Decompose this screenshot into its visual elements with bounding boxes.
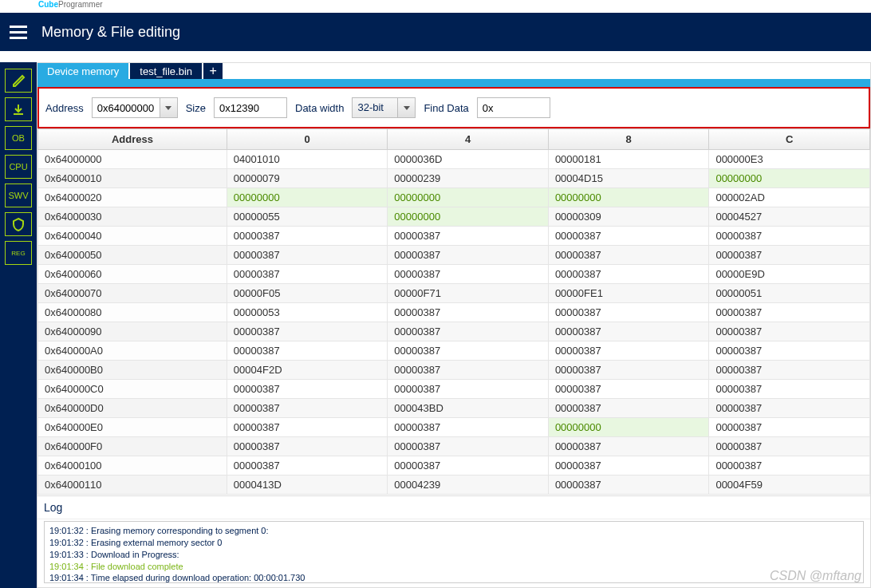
- data-cell[interactable]: 00000000: [388, 188, 549, 207]
- data-cell[interactable]: 00000387: [548, 265, 709, 284]
- data-cell[interactable]: 0000036D: [388, 150, 549, 169]
- data-cell[interactable]: 00000387: [709, 227, 870, 246]
- col-header[interactable]: C: [709, 129, 870, 150]
- data-cell[interactable]: 00000387: [709, 380, 870, 399]
- data-cell[interactable]: 00000387: [388, 380, 549, 399]
- data-cell[interactable]: 000002AD: [709, 188, 870, 207]
- data-cell[interactable]: 00004239: [388, 476, 549, 495]
- size-input[interactable]: [214, 97, 287, 118]
- data-cell[interactable]: 00000F05: [227, 284, 388, 303]
- sidebar-reg[interactable]: REG: [5, 241, 32, 265]
- data-cell[interactable]: 00004F59: [709, 476, 870, 495]
- data-cell[interactable]: 000043BD: [388, 399, 549, 418]
- data-cell[interactable]: 00000387: [388, 322, 549, 341]
- data-cell[interactable]: 00000000: [548, 418, 709, 437]
- address-cell[interactable]: 0x64000110: [38, 476, 227, 495]
- sidebar-cpu[interactable]: CPU: [5, 155, 32, 179]
- data-cell[interactable]: 00000387: [227, 265, 388, 284]
- find-input[interactable]: [477, 97, 550, 118]
- tab-file[interactable]: test_file.bin: [130, 63, 202, 79]
- data-cell[interactable]: 00000387: [548, 361, 709, 380]
- sidebar-swv[interactable]: SWV: [5, 184, 32, 207]
- data-cell[interactable]: 00000F71: [388, 284, 549, 303]
- data-cell[interactable]: 00000387: [548, 246, 709, 265]
- address-cell[interactable]: 0x64000080: [38, 303, 227, 322]
- address-cell[interactable]: 0x64000050: [38, 246, 227, 265]
- address-cell[interactable]: 0x640000C0: [38, 380, 227, 399]
- data-cell[interactable]: 00000E9D: [709, 265, 870, 284]
- data-cell[interactable]: 00000051: [709, 284, 870, 303]
- sidebar-ob[interactable]: OB: [5, 126, 32, 150]
- address-cell[interactable]: 0x64000060: [38, 265, 227, 284]
- tab-add[interactable]: +: [203, 63, 223, 79]
- address-cell[interactable]: 0x64000070: [38, 284, 227, 303]
- address-cell[interactable]: 0x640000D0: [38, 399, 227, 418]
- data-cell[interactable]: 00004527: [709, 207, 870, 227]
- address-cell[interactable]: 0x64000030: [38, 207, 227, 227]
- data-cell[interactable]: 0000413D: [227, 476, 388, 495]
- data-cell[interactable]: 00000387: [388, 456, 549, 476]
- address-dropdown[interactable]: [160, 97, 178, 118]
- data-cell[interactable]: 00000387: [388, 418, 549, 437]
- data-cell[interactable]: 00000387: [227, 456, 388, 476]
- data-cell[interactable]: 00000181: [548, 150, 709, 169]
- data-cell[interactable]: 00000387: [709, 456, 870, 476]
- col-header[interactable]: 0: [227, 129, 388, 150]
- address-cell[interactable]: 0x64000000: [38, 150, 227, 169]
- data-cell[interactable]: 00000387: [388, 341, 549, 361]
- data-cell[interactable]: 00000387: [548, 456, 709, 476]
- data-cell[interactable]: 00000387: [388, 361, 549, 380]
- address-cell[interactable]: 0x640000F0: [38, 437, 227, 456]
- data-cell[interactable]: 00000387: [709, 322, 870, 341]
- memory-grid-wrap[interactable]: Address048C 0x64000000040010100000036D00…: [37, 128, 870, 495]
- data-cell[interactable]: 00000387: [227, 437, 388, 456]
- address-cell[interactable]: 0x64000090: [38, 322, 227, 341]
- data-cell[interactable]: 00000387: [227, 341, 388, 361]
- data-cell[interactable]: 00004D15: [548, 169, 709, 188]
- data-cell[interactable]: 00000000: [709, 169, 870, 188]
- data-cell[interactable]: 00004F2D: [227, 361, 388, 380]
- data-cell[interactable]: 00000053: [227, 303, 388, 322]
- data-cell[interactable]: 000000E3: [709, 150, 870, 169]
- data-cell[interactable]: 00000387: [709, 437, 870, 456]
- data-cell[interactable]: 00000387: [709, 399, 870, 418]
- data-cell[interactable]: 00000387: [548, 437, 709, 456]
- data-cell[interactable]: 00000309: [548, 207, 709, 227]
- data-cell[interactable]: 00000387: [388, 227, 549, 246]
- data-cell[interactable]: 00000239: [388, 169, 549, 188]
- address-cell[interactable]: 0x64000010: [38, 169, 227, 188]
- data-cell[interactable]: 00000055: [227, 207, 388, 227]
- data-cell[interactable]: 00000387: [548, 476, 709, 495]
- address-cell[interactable]: 0x64000100: [38, 456, 227, 476]
- data-cell[interactable]: 00000387: [709, 303, 870, 322]
- data-cell[interactable]: 00000079: [227, 169, 388, 188]
- data-cell[interactable]: 00000387: [388, 265, 549, 284]
- data-cell[interactable]: 00000387: [388, 303, 549, 322]
- data-cell[interactable]: 00000387: [709, 341, 870, 361]
- col-header[interactable]: 8: [548, 129, 709, 150]
- data-cell[interactable]: 00000000: [388, 207, 549, 227]
- address-input[interactable]: [92, 97, 160, 118]
- data-cell[interactable]: 00000387: [227, 227, 388, 246]
- data-cell[interactable]: 00000387: [548, 399, 709, 418]
- data-cell[interactable]: 00000387: [709, 246, 870, 265]
- address-cell[interactable]: 0x64000020: [38, 188, 227, 207]
- data-cell[interactable]: 00000387: [709, 418, 870, 437]
- tab-device-memory[interactable]: Device memory: [37, 63, 128, 79]
- address-cell[interactable]: 0x640000A0: [38, 341, 227, 361]
- address-cell[interactable]: 0x640000B0: [38, 361, 227, 380]
- data-cell[interactable]: 04001010: [227, 150, 388, 169]
- data-cell[interactable]: 00000387: [548, 380, 709, 399]
- data-cell[interactable]: 00000387: [227, 399, 388, 418]
- data-cell[interactable]: 00000387: [227, 322, 388, 341]
- address-cell[interactable]: 0x640000E0: [38, 418, 227, 437]
- datawidth-select[interactable]: 32-bit: [352, 97, 398, 118]
- data-cell[interactable]: 00000387: [227, 246, 388, 265]
- data-cell[interactable]: 00000387: [227, 418, 388, 437]
- data-cell[interactable]: 00000000: [548, 188, 709, 207]
- hamburger-menu[interactable]: [0, 14, 37, 50]
- sidebar-secure[interactable]: [5, 212, 32, 236]
- datawidth-dropdown[interactable]: [398, 97, 416, 118]
- sidebar-edit[interactable]: [5, 69, 32, 93]
- data-cell[interactable]: 00000387: [548, 303, 709, 322]
